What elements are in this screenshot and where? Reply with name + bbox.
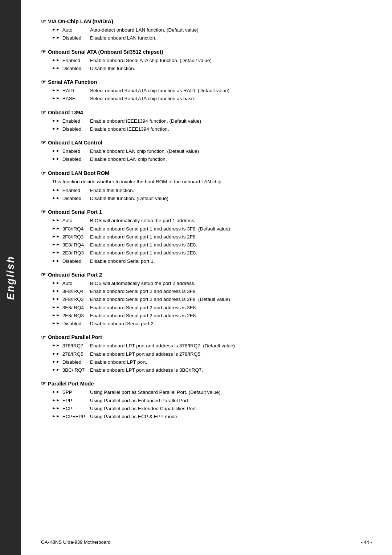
- item-desc: Disable onboard LPT port.: [90, 359, 372, 366]
- item-key: ►►ECP+EPP: [52, 413, 90, 420]
- items-list-onboard-lan-boot-rom: ►►EnabledEnable this function.►►Disabled…: [52, 187, 372, 203]
- section-title-onboard-lan-boot-rom: ☞Onboard LAN Boot ROM: [41, 170, 372, 176]
- section-onboard-lan-control: ☞Onboard LAN Control►►EnabledEnable onbo…: [41, 139, 372, 163]
- list-item: ►►2F8/IRQ3Enable onboard Serial port 1 a…: [52, 233, 372, 241]
- list-item: ►►3F8/IRQ4Enable onboard Serial port 2 a…: [52, 288, 372, 295]
- item-desc: Enable onboard IEEE1394 function. (Defau…: [90, 118, 372, 125]
- item-desc: Enable onboard LAN chip function. (Defau…: [90, 148, 372, 155]
- item-desc: Disable onboard LAN chip function.: [90, 156, 372, 163]
- bullet-icon: ►►: [52, 405, 60, 411]
- list-item: ►►DisabledDisable onboard IEEE1394 funct…: [52, 126, 372, 133]
- bullet-icon: ►►: [52, 367, 60, 373]
- bullet-icon: ►►: [52, 359, 60, 365]
- bullet-icon: ►►: [52, 57, 60, 63]
- item-key: ►►Enabled: [52, 118, 90, 125]
- section-onboard-parallel-port: ☞Onboard Parallel Port►►378/IRQ7Enable o…: [41, 334, 372, 374]
- list-item: ►►BASESelect onboard Serial ATA chip fun…: [52, 95, 372, 102]
- bullet-icon: ►►: [52, 26, 60, 33]
- list-item: ►►ECPUsing Parallel port as Extended Cap…: [52, 405, 372, 412]
- item-key: ►►Disabled: [52, 156, 90, 163]
- item-key: ►►Enabled: [52, 187, 90, 194]
- list-item: ►►AutoAuto-detect onboard LAN function. …: [52, 26, 372, 34]
- item-key: ►►Auto: [52, 26, 90, 34]
- item-desc: Select onboard Serial ATA chip function …: [90, 87, 372, 94]
- section-icon: ☞: [41, 139, 46, 146]
- bullet-icon: ►►: [52, 288, 60, 294]
- section-serial-ata-function: ☞Serial ATA Function►►RAIDSelect onboard…: [41, 79, 372, 103]
- bullet-icon: ►►: [52, 126, 60, 132]
- list-item: ►►EPPUsing Parallel port as Enhanced Par…: [52, 397, 372, 404]
- item-key: ►►Disabled: [52, 195, 90, 202]
- section-title-text: Parallel Port Mode: [48, 381, 94, 387]
- item-desc: Enable onboard LPT port and address is 2…: [90, 351, 372, 358]
- list-item: ►►378/IRQ7Enable onboard LPT port and ad…: [52, 342, 372, 350]
- footer-left: GA-K8NS Ultra-939 Motherboard: [41, 539, 110, 545]
- item-key: ►►Disabled: [52, 126, 90, 133]
- items-list-onboard-serial-port-2: ►►AutoBIOS will automatically setup the …: [52, 280, 372, 328]
- bullet-icon: ►►: [52, 156, 60, 162]
- section-title-onboard-lan-control: ☞Onboard LAN Control: [41, 139, 372, 146]
- bullet-icon: ►►: [52, 249, 60, 256]
- item-key: ►►3F8/IRQ4: [52, 225, 90, 233]
- item-key: ►►Enabled: [52, 148, 90, 155]
- bullet-icon: ►►: [52, 34, 60, 41]
- section-icon: ☞: [41, 109, 46, 116]
- item-key: ►►Disabled: [52, 359, 90, 366]
- footer: GA-K8NS Ultra-939 Motherboard - 44 -: [21, 537, 392, 545]
- item-desc: Enable onboard Serial ATA chip function.…: [90, 57, 372, 64]
- content-area: ☞VIA On-Chip LAN (nVIDIA)►►AutoAuto-dete…: [21, 0, 392, 555]
- item-key: ►►BASE: [52, 95, 90, 102]
- list-item: ►►EnabledEnable onboard IEEE1394 functio…: [52, 118, 372, 125]
- bullet-icon: ►►: [52, 304, 60, 310]
- section-title-onboard-serial-port-2: ☞Onboard Serial Port 2: [41, 272, 372, 278]
- bullet-icon: ►►: [52, 413, 60, 419]
- items-list-onboard-serial-port-1: ►►AutoBIOS will automatically setup the …: [52, 217, 372, 265]
- items-list-onboard-serial-ata-chipset: ►►EnabledEnable onboard Serial ATA chip …: [52, 57, 372, 73]
- section-icon: ☞: [41, 334, 46, 340]
- item-key: ►►EPP: [52, 397, 90, 404]
- section-via-on-chip-lan: ☞VIA On-Chip LAN (nVIDIA)►►AutoAuto-dete…: [41, 18, 372, 42]
- item-key: ►►3BC/IRQ7: [52, 367, 90, 374]
- item-desc: Disable onboard Serial port 1.: [90, 258, 372, 265]
- item-desc: Disable this function.: [90, 65, 372, 72]
- item-desc: Enable onboard Serial port 1 and address…: [90, 249, 372, 257]
- section-title-text: Onboard Serial Port 2: [48, 272, 102, 278]
- item-key: ►►3E8/IRQ4: [52, 241, 90, 249]
- bullet-icon: ►►: [52, 241, 60, 248]
- section-title-serial-ata-function: ☞Serial ATA Function: [41, 79, 372, 85]
- item-desc: BIOS will automatically setup the port 2…: [90, 280, 372, 287]
- item-key: ►►378/IRQ7: [52, 342, 90, 350]
- section-title-onboard-1394: ☞Onboard 1394: [41, 109, 372, 116]
- item-desc: BIOS will automatically setup the port 1…: [90, 217, 372, 224]
- item-key: ►►ECP: [52, 405, 90, 412]
- list-item: ►►DisabledDisable onboard LAN function.: [52, 34, 372, 42]
- items-list-via-on-chip-lan: ►►AutoAuto-detect onboard LAN function. …: [52, 26, 372, 42]
- item-key: ►►Auto: [52, 280, 90, 287]
- item-desc: Using Parallel port as Extended Capabili…: [90, 405, 372, 412]
- item-desc: Enable onboard Serial port 2 and address…: [90, 288, 372, 295]
- section-icon: ☞: [41, 79, 46, 85]
- bullet-icon: ►►: [52, 187, 60, 193]
- section-onboard-serial-ata-chipset: ☞Onboard Serial ATA (Onboard Sil3512 chi…: [41, 49, 372, 73]
- item-key: ►►278/IRQ5: [52, 351, 90, 358]
- list-item: ►►3BC/IRQ7Enable onboard LPT port and ad…: [52, 367, 372, 374]
- bullet-icon: ►►: [52, 217, 60, 223]
- section-onboard-lan-boot-rom: ☞Onboard LAN Boot ROMThis function decid…: [41, 170, 372, 203]
- list-item: ►►DisabledDisable onboard LPT port.: [52, 359, 372, 366]
- section-icon: ☞: [41, 49, 46, 55]
- section-onboard-1394: ☞Onboard 1394►►EnabledEnable onboard IEE…: [41, 109, 372, 133]
- list-item: ►►3E8/IRQ4Enable onboard Serial port 1 a…: [52, 241, 372, 249]
- section-title-via-on-chip-lan: ☞VIA On-Chip LAN (nVIDIA): [41, 18, 372, 25]
- bullet-icon: ►►: [52, 195, 60, 201]
- item-desc: Using Parallel port as Enhanced Parallel…: [90, 397, 372, 404]
- item-desc: Select onboard Serial ATA chip function …: [90, 95, 372, 102]
- item-desc: Enable onboard LPT port and address is 3…: [90, 367, 372, 374]
- list-item: ►►3F8/IRQ4Enable onboard Serial port 1 a…: [52, 225, 372, 233]
- section-icon: ☞: [41, 209, 46, 215]
- list-item: ►►ECP+EPPUsing Parallel port as ECP & EP…: [52, 413, 372, 420]
- item-key: ►►2E8/IRQ3: [52, 249, 90, 257]
- bullet-icon: ►►: [52, 342, 60, 348]
- item-desc: Disable onboard Serial port 2.: [90, 320, 372, 327]
- list-item: ►►278/IRQ5Enable onboard LPT port and ad…: [52, 351, 372, 358]
- item-key: ►►Enabled: [52, 57, 90, 64]
